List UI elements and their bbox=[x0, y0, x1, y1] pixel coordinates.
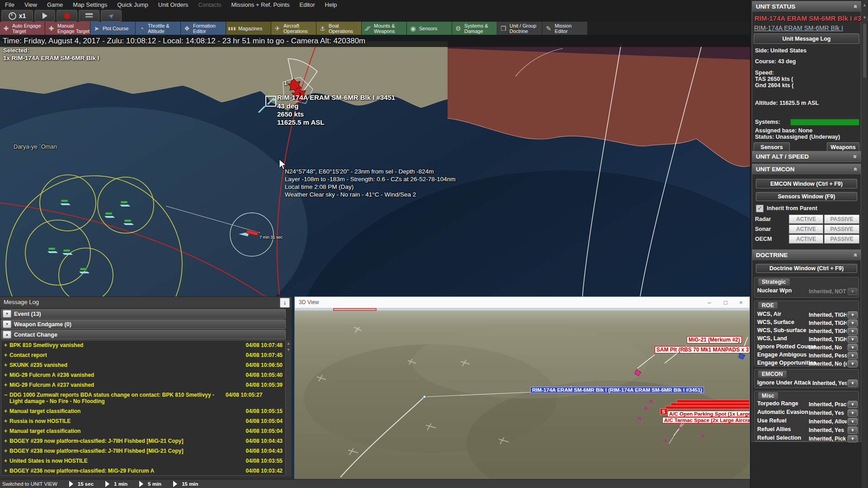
menu-unit-orders[interactable]: Unit Orders bbox=[153, 0, 193, 10]
chevron-double-up-icon[interactable]: » bbox=[850, 168, 861, 171]
scrollbar-thumb[interactable] bbox=[863, 23, 866, 78]
mission-editor-button[interactable]: ✎ MissionEditor bbox=[542, 22, 587, 35]
scroll-down-icon[interactable]: ▼ bbox=[286, 347, 291, 352]
collapse-toggle-icon[interactable]: ▲ bbox=[3, 331, 11, 338]
weapons-panel-button[interactable]: Weapons bbox=[827, 142, 859, 152]
view3d-content[interactable]: ✈ ✈ ✈ ✈ ✈ ✈ MiG-21 (Merkum #2) SAM Plt (… bbox=[295, 308, 750, 479]
log-entry[interactable]: +Manual target classification04/08 10:05… bbox=[1, 407, 285, 417]
time-preset-1min[interactable]: 1 min bbox=[114, 481, 127, 487]
log-group-event[interactable]: ▼ Event (13) bbox=[1, 309, 286, 319]
formation-editor-button[interactable]: ❖ FormationEditor bbox=[181, 22, 226, 35]
aircraft-operations-button[interactable]: ✈ AircraftOperations bbox=[271, 22, 316, 35]
log-entry[interactable]: +BPK 810 Smetlivyy vanished04/08 10:07:4… bbox=[1, 341, 285, 351]
sensors-panel-button[interactable]: Sensors bbox=[754, 142, 790, 152]
refuel-selection-dropdown[interactable]: ▼ bbox=[848, 435, 858, 442]
play-icon[interactable] bbox=[69, 481, 73, 487]
chevron-double-down-icon[interactable]: » bbox=[850, 155, 861, 159]
use-refuel-dropdown[interactable]: ▼ bbox=[848, 418, 858, 425]
map-layers-button[interactable] bbox=[79, 10, 99, 22]
oecm-passive-button[interactable]: PASSIVE bbox=[824, 235, 859, 244]
scroll-to-bottom-button[interactable]: ↓ bbox=[280, 298, 290, 308]
log-entry[interactable]: +SKUNK #235 vanished04/08 10:06:50 bbox=[1, 361, 285, 371]
collapse-toggle-icon[interactable]: ▼ bbox=[3, 310, 11, 318]
mounts-weapons-button[interactable]: ∕∕∕ Mounts &Weapons bbox=[362, 22, 406, 35]
torpedo-range-dropdown[interactable]: ▼ bbox=[848, 401, 858, 408]
view3d-window[interactable]: 3D View – □ × bbox=[294, 296, 750, 479]
menu-editor[interactable]: Editor bbox=[295, 0, 320, 10]
log-entry[interactable]: +Russia is now HOSTILE04/08 10:05:04 bbox=[1, 417, 285, 427]
label-partial-facility[interactable]: S bbox=[660, 408, 667, 415]
auto-engage-target-button[interactable]: ✚ Auto EngageTarget bbox=[0, 22, 45, 35]
sidebar-scrollbar[interactable]: ▲ ▼ bbox=[862, 0, 868, 488]
sonar-passive-button[interactable]: PASSIVE bbox=[824, 225, 859, 234]
sonar-active-button[interactable]: ACTIVE bbox=[789, 225, 823, 234]
doctrine-window-button[interactable]: Doctrine Window (Ctrl + F9) bbox=[756, 264, 857, 273]
unit-alt-speed-header[interactable]: UNIT ALT / SPEED » bbox=[752, 151, 861, 162]
menu-missions-ref-points[interactable]: Missions + Ref. Points bbox=[226, 0, 295, 10]
play-icon[interactable] bbox=[105, 481, 109, 487]
manual-engage-target-button[interactable]: ✚ ManualEngage Target bbox=[45, 22, 90, 35]
play-icon[interactable] bbox=[173, 481, 177, 487]
menu-help[interactable]: Help bbox=[320, 0, 342, 10]
log-entry[interactable]: +BOGEY #236 now platform-classified: MiG… bbox=[1, 466, 285, 476]
menu-game[interactable]: Game bbox=[42, 0, 68, 10]
throttle-altitude-button[interactable]: ◔ Throttle &Altitude bbox=[136, 22, 180, 35]
log-group-contact-change[interactable]: ▲ Contact Change bbox=[1, 330, 286, 339]
wcs-land-dropdown[interactable]: ▼ bbox=[848, 336, 858, 343]
systems-damage-button[interactable]: ⚙ Systems &Damage bbox=[452, 22, 497, 35]
scroll-up-icon[interactable]: ▲ bbox=[862, 3, 868, 7]
quick-jump-button[interactable]: ➤ bbox=[101, 10, 122, 22]
log-entry[interactable]: +MiG-29 Fulcrum A #237 vanished04/08 10:… bbox=[1, 380, 285, 390]
maximize-button[interactable]: □ bbox=[718, 297, 733, 308]
time-preset-15sec[interactable]: 15 sec bbox=[78, 481, 94, 487]
unit-emcon-header[interactable]: UNIT EMCON » bbox=[752, 164, 861, 174]
emcon-window-button[interactable]: EMCON Window (Ctrl + F9) bbox=[756, 179, 857, 188]
refuel-allies-dropdown[interactable]: ▼ bbox=[848, 427, 858, 434]
close-button[interactable]: × bbox=[733, 297, 749, 308]
minimize-button[interactable]: – bbox=[702, 297, 717, 308]
unit-message-log-button[interactable]: Unit Message Log bbox=[754, 33, 859, 44]
menu-file[interactable]: File bbox=[0, 0, 19, 10]
automatic-evasion-dropdown[interactable]: ▼ bbox=[848, 409, 858, 417]
label-mig21[interactable]: MiG-21 (Merkum #2) bbox=[687, 336, 742, 343]
wcs-surface-dropdown[interactable]: ▼ bbox=[848, 319, 858, 327]
menu-view[interactable]: View bbox=[19, 0, 42, 10]
collapse-toggle-icon[interactable]: ▼ bbox=[3, 320, 11, 328]
log-entry[interactable]: −DDG 1000 Zumwalt reports BDA status cha… bbox=[1, 390, 285, 407]
engage-opportunities-dropdown[interactable]: ▼ bbox=[848, 360, 858, 367]
log-scrollbar[interactable]: ▲ ▼ bbox=[286, 340, 291, 476]
log-entry[interactable]: +MiG-29 Fulcrum A #236 vanished04/08 10:… bbox=[1, 371, 285, 380]
ignore-under-attack-dropdown[interactable]: ▼ bbox=[848, 380, 858, 387]
unit-status-header[interactable]: UNIT STATUS » bbox=[752, 1, 861, 12]
play-icon[interactable] bbox=[139, 481, 143, 487]
boat-operations-button[interactable]: ⚓ BoatOperations bbox=[316, 22, 361, 35]
chevron-double-up-icon[interactable]: » bbox=[850, 253, 861, 257]
log-entry[interactable]: +BOGEY #238 now platform-classified: J-7… bbox=[1, 446, 285, 456]
sensors-button[interactable]: ◉ Sensors bbox=[407, 22, 452, 35]
label-selected-missile[interactable]: RIM-174A ERAM SM-6MR Blk I (RIM-174A ERA… bbox=[530, 387, 704, 393]
time-compression-button[interactable]: x1 bbox=[1, 10, 33, 22]
menu-quick-jump[interactable]: Quick Jump bbox=[112, 0, 153, 10]
run-pause-button[interactable] bbox=[34, 10, 55, 22]
log-group-weapon-endgame[interactable]: ▼ Weapon Endgame (0) bbox=[1, 319, 286, 329]
view3d-title-bar[interactable]: 3D View – □ × bbox=[295, 297, 750, 308]
time-preset-15min[interactable]: 15 min bbox=[182, 481, 198, 487]
scroll-down-icon[interactable]: ▼ bbox=[862, 15, 868, 20]
engage-ambigous-dropdown[interactable]: ▼ bbox=[848, 352, 858, 359]
log-entry[interactable]: +United States is now HOSTILE04/08 10:03… bbox=[1, 456, 285, 466]
sensors-window-button[interactable]: Sensors Window (F9) bbox=[756, 192, 857, 201]
wcs-subsurface-dropdown[interactable]: ▼ bbox=[848, 328, 858, 335]
magazines-button[interactable]: ▮▮▮ Magazines bbox=[226, 22, 271, 35]
ignore-plotted-course-dropdown[interactable]: ▼ bbox=[848, 344, 858, 351]
unit-class-link[interactable]: RIM-174A ERAM SM-6MR Blk I bbox=[754, 24, 843, 32]
chevron-double-up-icon[interactable]: » bbox=[850, 5, 861, 9]
log-entry[interactable]: +BOGEY #239 now platform-classified: J-7… bbox=[1, 436, 285, 446]
log-entries[interactable]: +BPK 810 Smetlivyy vanished04/08 10:07:4… bbox=[1, 340, 286, 476]
unit-group-doctrine-button[interactable]: ❐ Unit / GroupDoctrine bbox=[497, 22, 542, 35]
record-button[interactable] bbox=[57, 10, 77, 22]
label-open-parking[interactable]: A/C Open Parking Spot (1x Large bbox=[667, 411, 750, 417]
time-preset-5min[interactable]: 5 min bbox=[148, 481, 161, 487]
inherit-from-parent-checkbox[interactable]: ✓ bbox=[756, 205, 764, 212]
log-entry[interactable]: +Manual target classification04/08 10:05… bbox=[1, 427, 285, 436]
plot-course-button[interactable]: ➤ Plot Course bbox=[90, 22, 135, 35]
